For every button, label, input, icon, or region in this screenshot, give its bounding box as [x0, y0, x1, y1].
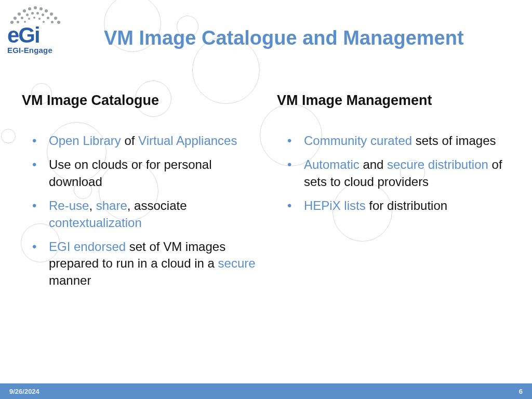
- left-column: VM Image Catalogue Open Library of Virtu…: [22, 92, 261, 296]
- right-column: VM Image Management Community curated se…: [277, 92, 516, 296]
- egi-logo: eGi EGI-Engage: [7, 3, 64, 55]
- list-item: Use on clouds or for personal download: [37, 156, 261, 190]
- content-columns: VM Image Catalogue Open Library of Virtu…: [22, 92, 516, 296]
- footer-page: 6: [519, 388, 523, 395]
- right-list: Community curated sets of images Automat…: [277, 132, 516, 215]
- right-heading: VM Image Management: [277, 92, 516, 109]
- logo-subtitle: EGI-Engage: [7, 46, 64, 55]
- footer-bar: 9/26/2024 6: [0, 383, 532, 399]
- left-heading: VM Image Catalogue: [22, 92, 261, 109]
- slide: eGi EGI-Engage VM Image Catalogue and Ma…: [0, 0, 532, 399]
- logo-dots-icon: [7, 3, 64, 26]
- list-item: Automatic and secure distribution of set…: [292, 156, 516, 190]
- list-item: Community curated sets of images: [292, 132, 516, 149]
- slide-title: VM Image Catalogue and Management: [104, 27, 522, 49]
- list-item: Re-use, share, associate contextualizati…: [37, 197, 261, 231]
- list-item: Open Library of Virtual Appliances: [37, 132, 261, 149]
- left-list: Open Library of Virtual Appliances Use o…: [22, 132, 261, 289]
- list-item: HEPiX lists for distribution: [292, 197, 516, 214]
- logo-text: eGi: [7, 23, 64, 48]
- footer-date: 9/26/2024: [9, 388, 39, 395]
- list-item: EGI endorsed set of VM images prepared t…: [37, 238, 261, 289]
